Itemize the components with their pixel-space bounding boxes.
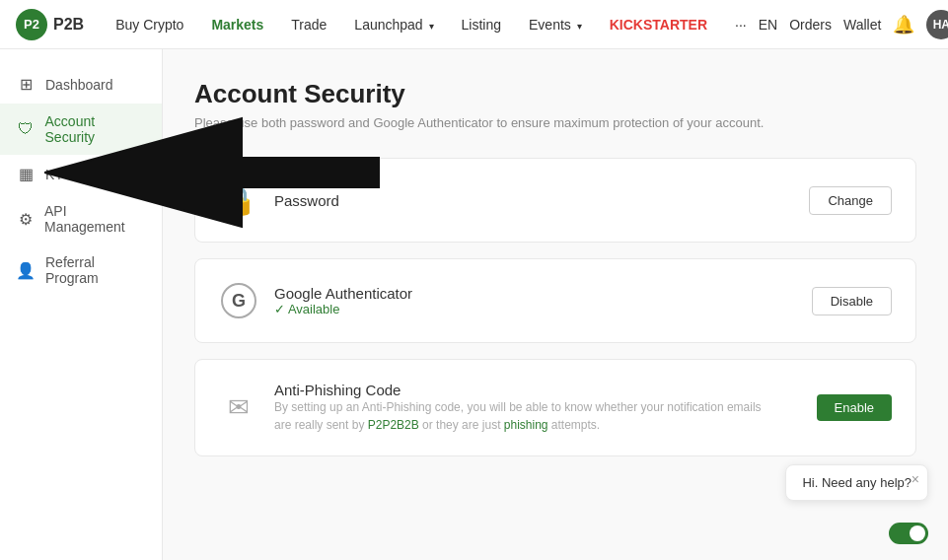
nav-item-launchpad[interactable]: Launchpad ▾ (342, 11, 445, 38)
disable-google-auth-button[interactable]: Disable (812, 287, 892, 315)
chat-widget: × Hi. Need any help? (785, 464, 928, 501)
logo-text: P2B (53, 16, 84, 34)
sidebar-item-account-security[interactable]: 🛡 Account Security (0, 104, 162, 155)
sidebar-item-referral-program[interactable]: 👤 Referral Program (0, 245, 162, 296)
page-subtitle: Please use both password and Google Auth… (194, 115, 916, 130)
events-arrow-icon: ▾ (577, 21, 582, 32)
envelope-icon: ✉ (228, 392, 250, 423)
chat-close-button[interactable]: × (912, 471, 919, 487)
google-auth-info: Google Authenticator Available (274, 285, 796, 316)
nav-item-trade[interactable]: Trade (279, 11, 338, 38)
google-auth-icon-wrap: G (219, 281, 258, 320)
change-password-button[interactable]: Change (809, 186, 892, 215)
google-auth-label: Google Authenticator (274, 285, 796, 302)
anti-phishing-icon-wrap: ✉ (219, 388, 258, 428)
password-info: Password (274, 192, 793, 209)
language-selector[interactable]: EN (759, 17, 777, 33)
launchpad-arrow-icon: ▾ (429, 21, 434, 32)
anti-phishing-card: ✉ Anti-Phishing Code By setting up an An… (194, 359, 916, 456)
anti-phishing-desc: By setting up an Anti-Phishing code, you… (274, 398, 767, 434)
anti-phishing-info: Anti-Phishing Code By setting up an Anti… (274, 382, 801, 434)
nav-right: EN Orders Wallet 🔔 HA (759, 10, 948, 39)
wallet-link[interactable]: Wallet (843, 17, 881, 33)
google-auth-status: Available (274, 302, 796, 316)
nav-item-more[interactable]: ··· (723, 11, 759, 38)
sidebar: ⊞ Dashboard 🛡 Account Security ▦ KYC Ver… (0, 49, 163, 560)
lock-icon: 🔒 (222, 184, 256, 217)
p2p2b2b-link[interactable]: P2P2B2B (368, 418, 419, 432)
nav-items: Buy Crypto Markets Trade Launchpad ▾ Lis… (104, 11, 759, 38)
nav-item-buy-crypto[interactable]: Buy Crypto (104, 11, 195, 38)
google-auth-card: G Google Authenticator Available Disable (194, 258, 916, 343)
page-title: Account Security (194, 79, 916, 109)
nav-item-kickstarter[interactable]: KICKSTARTER (598, 11, 719, 38)
anti-phishing-label: Anti-Phishing Code (274, 382, 801, 398)
dashboard-icon: ⊞ (16, 75, 36, 94)
password-label: Password (274, 192, 793, 209)
phishing-link[interactable]: phishing (504, 418, 548, 432)
top-navigation: P2 P2B Buy Crypto Markets Trade Launchpa… (0, 0, 948, 49)
sidebar-item-kyc-verification[interactable]: ▦ KYC Verification (0, 155, 162, 193)
nav-item-events[interactable]: Events ▾ (517, 11, 594, 38)
chat-toggle[interactable] (889, 523, 928, 544)
orders-link[interactable]: Orders (789, 17, 832, 33)
referral-icon: 👤 (16, 261, 36, 280)
sidebar-item-api-management[interactable]: ⚙ API Management (0, 193, 162, 245)
notifications-bell-icon[interactable]: 🔔 (893, 14, 914, 35)
shield-icon: 🛡 (16, 120, 36, 138)
password-icon-wrap: 🔒 (219, 180, 258, 220)
logo[interactable]: P2 P2B (16, 9, 84, 40)
enable-anti-phishing-button[interactable]: Enable (817, 394, 892, 421)
logo-icon: P2 (16, 9, 47, 40)
sidebar-item-dashboard[interactable]: ⊞ Dashboard (0, 65, 162, 104)
kyc-icon: ▦ (16, 165, 36, 183)
nav-item-markets[interactable]: Markets (199, 11, 275, 38)
password-card: 🔒 Password Change (194, 158, 916, 243)
nav-item-listing[interactable]: Listing (450, 11, 513, 38)
chat-text: Hi. Need any help? (802, 475, 912, 490)
avatar[interactable]: HA (926, 10, 948, 39)
google-g-icon: G (221, 283, 256, 318)
api-icon: ⚙ (16, 210, 35, 229)
chat-toggle-knob (910, 525, 925, 541)
